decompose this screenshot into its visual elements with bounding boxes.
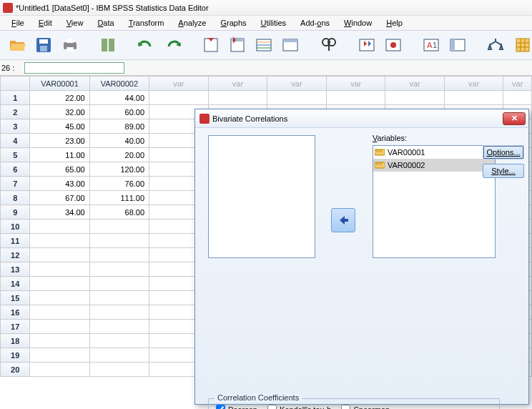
data-cell[interactable]: 44.00	[89, 91, 149, 105]
data-cell[interactable]	[89, 248, 149, 262]
open-icon[interactable]	[7, 35, 26, 55]
data-cell[interactable]: 23.00	[30, 134, 89, 148]
weight-icon[interactable]	[486, 35, 506, 55]
data-cell[interactable]	[89, 291, 149, 305]
data-cell[interactable]	[89, 305, 149, 320]
data-cell[interactable]	[30, 262, 89, 277]
data-cell[interactable]: 34.00	[30, 205, 89, 220]
undo-icon[interactable]	[137, 35, 156, 55]
row-header[interactable]: 18	[1, 334, 30, 348]
menu-utilities[interactable]: Utilities	[254, 17, 293, 29]
value-labels-icon[interactable]: A1	[421, 35, 440, 55]
menu-addons[interactable]: Add-ons	[293, 17, 337, 29]
data-cell[interactable]: 45.00	[30, 119, 89, 134]
data-cell[interactable]: 43.00	[30, 177, 89, 191]
data-cell[interactable]	[444, 91, 503, 105]
data-cell[interactable]	[89, 320, 149, 334]
data-cell[interactable]	[89, 348, 149, 363]
data-cell[interactable]	[30, 363, 89, 377]
row-header[interactable]: 1	[1, 91, 30, 105]
col-header-var[interactable]: var	[208, 77, 267, 91]
data-cell[interactable]	[89, 220, 149, 234]
move-left-button[interactable]	[331, 208, 355, 232]
data-cell[interactable]: 11.00	[30, 148, 89, 162]
data-cell[interactable]	[503, 91, 532, 105]
variables-icon[interactable]	[255, 35, 274, 55]
row-header[interactable]: 8	[1, 191, 30, 205]
menu-transform[interactable]: Transform	[122, 17, 172, 29]
close-button[interactable]: ✕	[503, 112, 526, 125]
menu-help[interactable]: Help	[379, 17, 410, 29]
goto-var-icon[interactable]	[227, 35, 247, 55]
select-icon[interactable]	[383, 35, 403, 55]
row-header[interactable]: 9	[1, 205, 30, 220]
data-cell[interactable]: 68.00	[89, 205, 149, 220]
data-cell[interactable]: 60.00	[89, 105, 149, 119]
row-header[interactable]: 13	[1, 262, 30, 277]
data-cell[interactable]	[30, 348, 89, 363]
row-header[interactable]: 12	[1, 248, 30, 262]
list-item[interactable]: VAR00002	[373, 159, 495, 172]
col-header-1[interactable]: VAR00001	[30, 77, 89, 91]
row-header[interactable]: 14	[1, 277, 30, 291]
row-header[interactable]: 19	[1, 348, 30, 363]
menu-file[interactable]: File	[4, 17, 31, 29]
col-header-var[interactable]: var	[267, 77, 327, 91]
data-cell[interactable]: 76.00	[89, 177, 149, 191]
row-header[interactable]: 15	[1, 291, 30, 305]
data-cell[interactable]	[89, 234, 149, 248]
row-header[interactable]: 17	[1, 320, 30, 334]
row-header[interactable]: 3	[1, 119, 30, 134]
split-icon[interactable]	[357, 35, 376, 55]
row-header[interactable]: 7	[1, 177, 30, 191]
kendall-checkbox[interactable]: Kendall's tau-b	[267, 405, 331, 409]
use-sets-icon[interactable]	[448, 35, 468, 55]
style-button[interactable]: Style...	[483, 164, 524, 178]
row-header[interactable]: 10	[1, 220, 30, 234]
data-cell[interactable]	[89, 277, 149, 291]
data-cell[interactable]	[30, 248, 89, 262]
data-cell[interactable]: 32.00	[30, 105, 89, 119]
spearman-checkbox[interactable]: Spearman	[341, 405, 390, 409]
pearson-checkbox[interactable]: Pearson	[216, 405, 257, 409]
data-cell[interactable]: 120.00	[89, 162, 149, 177]
col-header-var[interactable]: var	[503, 77, 532, 91]
data-cell[interactable]: 65.00	[30, 162, 89, 177]
data-cell[interactable]	[30, 220, 89, 234]
menu-window[interactable]: Window	[337, 17, 379, 29]
redo-icon[interactable]	[163, 35, 182, 55]
list-item[interactable]: VAR00001	[373, 146, 495, 159]
recall-icon[interactable]	[99, 35, 118, 55]
find-icon[interactable]	[319, 35, 338, 55]
row-header[interactable]: 16	[1, 305, 30, 320]
row-header[interactable]: 11	[1, 234, 30, 248]
data-cell[interactable]: 111.00	[89, 191, 149, 205]
data-cell[interactable]	[30, 234, 89, 248]
data-cell[interactable]	[30, 334, 89, 348]
col-header-2[interactable]: VAR00002	[89, 77, 149, 91]
data-cell[interactable]	[30, 277, 89, 291]
col-header-var[interactable]: var	[326, 77, 385, 91]
row-header[interactable]: 6	[1, 162, 30, 177]
variables-list[interactable]: VAR00001 VAR00002	[373, 145, 496, 258]
data-cell[interactable]	[89, 334, 149, 348]
run-icon[interactable]	[281, 35, 300, 55]
row-header[interactable]: 20	[1, 363, 30, 377]
menu-graphs[interactable]: Graphs	[213, 17, 253, 29]
data-cell[interactable]	[30, 320, 89, 334]
menu-data[interactable]: Data	[90, 17, 121, 29]
data-cell[interactable]	[267, 91, 327, 105]
data-cell[interactable]	[208, 91, 267, 105]
data-cell[interactable]	[30, 305, 89, 320]
data-cell[interactable]: 22.00	[30, 91, 89, 105]
data-cell[interactable]: 89.00	[89, 119, 149, 134]
data-cell[interactable]	[149, 91, 209, 105]
data-cell[interactable]: 40.00	[89, 134, 149, 148]
data-cell[interactable]: 67.00	[30, 191, 89, 205]
data-cell[interactable]: 20.00	[89, 148, 149, 162]
menu-view[interactable]: View	[59, 17, 91, 29]
print-icon[interactable]	[61, 35, 80, 55]
col-header-var[interactable]: var	[444, 77, 503, 91]
data-cell[interactable]	[89, 363, 149, 377]
row-header[interactable]: 2	[1, 105, 30, 119]
